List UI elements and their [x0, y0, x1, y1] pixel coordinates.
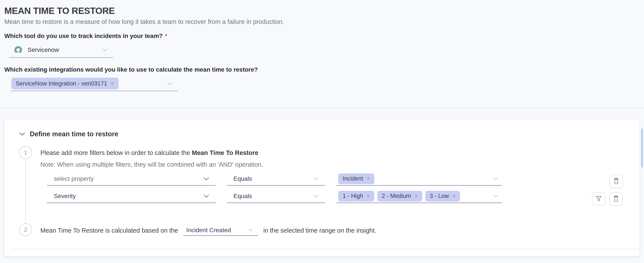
step-1-badge: 1	[19, 146, 32, 159]
page-subtitle: Mean time to restore is a measure of how…	[4, 18, 284, 26]
filter-value-tag: 1 - High ×	[338, 191, 374, 202]
filter-1-property-select[interactable]: select property	[47, 172, 216, 186]
section-divider	[0, 108, 644, 108]
filter-1-property-placeholder: select property	[54, 175, 94, 182]
filter-2-values-multiselect[interactable]: 1 - High × 2 - Medium × 3 - Low ×	[336, 190, 502, 203]
filter-1-values-multiselect[interactable]: Incident ×	[336, 172, 502, 186]
filter-1-operator-value: Equals	[234, 175, 252, 182]
filter-value-tag-label: 3 - Low	[430, 193, 449, 200]
trash-icon	[613, 195, 619, 203]
remove-integration-tag-icon[interactable]: ×	[111, 81, 114, 86]
step-2-row: Mean Time To Restore is calculated based…	[40, 224, 376, 236]
filter-value-tag-label: 2 - Medium	[382, 193, 411, 200]
chevron-down-icon	[167, 82, 172, 85]
step-1-instruction: Please add more filters below in order t…	[40, 149, 258, 156]
incident-tool-question-label: Which tool do you use to track incidents…	[4, 32, 167, 40]
filter-2-property-select[interactable]: Severity	[47, 190, 216, 203]
page-title: MEAN TIME TO RESTORE	[4, 6, 115, 16]
integration-tag: ServiceNow Integration - ven03171 ×	[11, 78, 118, 90]
filter-1-operator-select[interactable]: Equals	[227, 172, 325, 186]
collapse-chevron-icon	[19, 132, 25, 136]
chevron-down-icon	[204, 194, 209, 198]
incident-tool-select[interactable]: Servicenow	[9, 42, 113, 58]
filter-value-tag-label: 1 - High	[342, 193, 363, 200]
advanced-filter-button[interactable]	[592, 192, 606, 206]
card-footer-divider	[12, 249, 640, 249]
step-2-text-before: Mean Time To Restore is calculated based…	[40, 227, 178, 234]
filter-2-operator-value: Equals	[234, 193, 252, 200]
mttr-settings-page: MEAN TIME TO RESTORE Mean time to restor…	[0, 0, 644, 263]
step-1-instruction-bold: Mean Time To Restore	[192, 149, 258, 156]
remove-tag-icon[interactable]: ×	[414, 193, 418, 199]
funnel-icon	[595, 195, 602, 203]
delete-filter-2-button[interactable]	[609, 192, 623, 206]
chevron-down-icon	[313, 177, 318, 180]
define-mttr-card: Define mean time to restore 1 Please add…	[4, 120, 640, 257]
define-section-title: Define mean time to restore	[30, 130, 118, 138]
integrations-question-label: Which existing integrations would you li…	[4, 66, 258, 73]
define-section-toggle[interactable]: Define mean time to restore	[19, 129, 118, 139]
chevron-down-icon	[493, 177, 498, 180]
step-2-text-after: in the selected time range on the insigh…	[264, 227, 376, 234]
step-1-instruction-text: Please add more filters below in order t…	[40, 149, 192, 156]
step-2-badge: 2	[19, 223, 32, 236]
chevron-down-icon	[248, 229, 253, 232]
remove-tag-icon[interactable]: ×	[367, 193, 370, 199]
chevron-down-icon	[102, 48, 108, 52]
filter-value-tag-label: Incident	[342, 175, 363, 182]
delete-filter-1-button[interactable]	[610, 175, 623, 188]
remove-tag-icon[interactable]: ×	[367, 176, 370, 182]
servicenow-logo-icon	[14, 45, 23, 54]
step-1-note: Note: When using multiple filters, they …	[40, 161, 263, 168]
incident-tool-select-value: Servicenow	[28, 46, 59, 54]
filter-value-tag: 2 - Medium ×	[377, 191, 422, 202]
required-asterisk: *	[165, 32, 167, 39]
calculation-event-select[interactable]: Incident Created	[183, 225, 258, 236]
incident-tool-question-text: Which tool do you use to track incidents…	[4, 32, 163, 39]
filter-2-operator-select[interactable]: Equals	[227, 190, 325, 203]
remove-tag-icon[interactable]: ×	[452, 193, 456, 199]
integration-tag-label: ServiceNow Integration - ven03171	[16, 80, 107, 87]
filter-value-tag: 3 - Low ×	[425, 191, 460, 202]
step-connector-line	[25, 160, 26, 222]
chevron-down-icon	[204, 177, 209, 180]
integrations-multiselect[interactable]: ServiceNow Integration - ven03171 ×	[10, 76, 178, 91]
chevron-down-icon	[493, 195, 498, 198]
chevron-down-icon	[313, 195, 318, 198]
trash-icon	[613, 178, 620, 185]
calculation-event-value: Incident Created	[186, 227, 231, 234]
filter-2-property-value: Severity	[54, 193, 76, 200]
filter-value-tag: Incident ×	[338, 174, 374, 184]
vertical-scrollbar-thumb[interactable]	[641, 128, 643, 168]
